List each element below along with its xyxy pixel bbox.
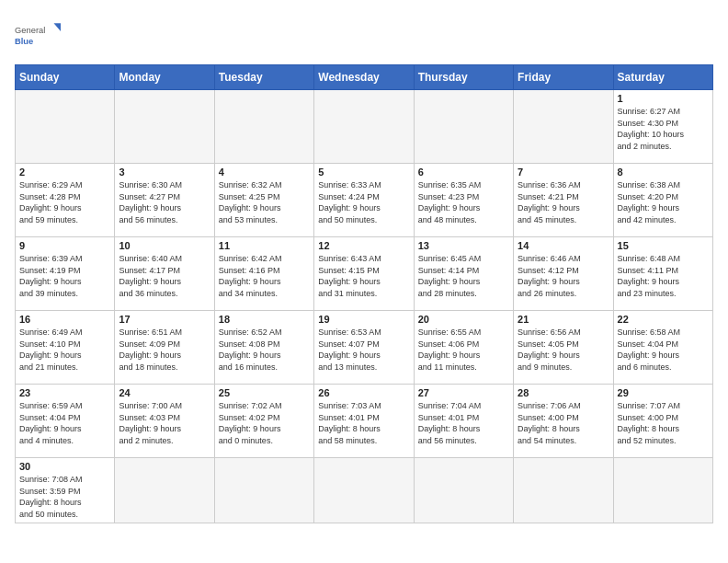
day-cell bbox=[16, 90, 115, 164]
day-number: 8 bbox=[618, 167, 709, 178]
day-info: Sunrise: 7:08 AM Sunset: 3:59 PM Dayligh… bbox=[19, 474, 110, 520]
day-number: 25 bbox=[219, 387, 310, 398]
day-info: Sunrise: 6:45 AM Sunset: 4:14 PM Dayligh… bbox=[418, 253, 509, 299]
day-number: 1 bbox=[618, 93, 709, 104]
svg-marker-2 bbox=[54, 23, 62, 31]
week-row-3: 16Sunrise: 6:49 AM Sunset: 4:10 PM Dayli… bbox=[16, 311, 713, 385]
day-cell: 9Sunrise: 6:39 AM Sunset: 4:19 PM Daylig… bbox=[16, 237, 115, 311]
day-info: Sunrise: 6:53 AM Sunset: 4:07 PM Dayligh… bbox=[318, 327, 409, 373]
day-number: 28 bbox=[518, 387, 609, 398]
week-row-2: 9Sunrise: 6:39 AM Sunset: 4:19 PM Daylig… bbox=[16, 237, 713, 311]
day-cell: 7Sunrise: 6:36 AM Sunset: 4:21 PM Daylig… bbox=[514, 164, 613, 237]
day-cell: 27Sunrise: 7:04 AM Sunset: 4:01 PM Dayli… bbox=[414, 385, 513, 458]
day-number: 22 bbox=[618, 314, 709, 325]
col-header-saturday: Saturday bbox=[613, 65, 712, 90]
day-cell: 3Sunrise: 6:30 AM Sunset: 4:27 PM Daylig… bbox=[115, 164, 214, 237]
day-cell: 24Sunrise: 7:00 AM Sunset: 4:03 PM Dayli… bbox=[115, 385, 214, 458]
week-row-0: 1Sunrise: 6:27 AM Sunset: 4:30 PM Daylig… bbox=[16, 90, 713, 164]
day-info: Sunrise: 7:04 AM Sunset: 4:01 PM Dayligh… bbox=[418, 400, 509, 446]
header-row: SundayMondayTuesdayWednesdayThursdayFrid… bbox=[16, 65, 713, 90]
col-header-monday: Monday bbox=[115, 65, 214, 90]
day-info: Sunrise: 6:38 AM Sunset: 4:20 PM Dayligh… bbox=[618, 179, 709, 225]
day-number: 30 bbox=[19, 461, 110, 472]
day-info: Sunrise: 6:51 AM Sunset: 4:09 PM Dayligh… bbox=[119, 327, 210, 373]
day-number: 19 bbox=[318, 314, 409, 325]
day-info: Sunrise: 7:06 AM Sunset: 4:00 PM Dayligh… bbox=[518, 400, 609, 446]
day-cell: 12Sunrise: 6:43 AM Sunset: 4:15 PM Dayli… bbox=[314, 237, 414, 311]
day-cell: 4Sunrise: 6:32 AM Sunset: 4:25 PM Daylig… bbox=[214, 164, 313, 237]
day-info: Sunrise: 6:32 AM Sunset: 4:25 PM Dayligh… bbox=[219, 179, 310, 225]
day-info: Sunrise: 6:49 AM Sunset: 4:10 PM Dayligh… bbox=[19, 327, 110, 373]
day-number: 6 bbox=[418, 167, 509, 178]
day-cell bbox=[115, 90, 214, 164]
day-info: Sunrise: 6:40 AM Sunset: 4:17 PM Dayligh… bbox=[119, 253, 210, 299]
day-cell: 28Sunrise: 7:06 AM Sunset: 4:00 PM Dayli… bbox=[514, 385, 613, 458]
col-header-friday: Friday bbox=[514, 65, 613, 90]
day-cell: 8Sunrise: 6:38 AM Sunset: 4:20 PM Daylig… bbox=[613, 164, 712, 237]
day-number: 15 bbox=[618, 240, 709, 251]
day-number: 11 bbox=[219, 240, 310, 251]
svg-text:Blue: Blue bbox=[15, 37, 33, 46]
day-cell bbox=[314, 90, 414, 164]
day-cell: 18Sunrise: 6:52 AM Sunset: 4:08 PM Dayli… bbox=[214, 311, 313, 385]
logo-svg: General Blue bbox=[15, 15, 61, 53]
day-info: Sunrise: 6:43 AM Sunset: 4:15 PM Dayligh… bbox=[318, 253, 409, 299]
day-number: 20 bbox=[418, 314, 509, 325]
day-cell: 26Sunrise: 7:03 AM Sunset: 4:01 PM Dayli… bbox=[314, 385, 414, 458]
day-cell: 5Sunrise: 6:33 AM Sunset: 4:24 PM Daylig… bbox=[314, 164, 414, 237]
day-cell bbox=[414, 458, 513, 523]
day-number: 24 bbox=[119, 387, 210, 398]
day-number: 16 bbox=[19, 314, 110, 325]
day-cell bbox=[214, 458, 313, 523]
day-number: 21 bbox=[518, 314, 609, 325]
day-info: Sunrise: 6:42 AM Sunset: 4:16 PM Dayligh… bbox=[219, 253, 310, 299]
day-cell: 2Sunrise: 6:29 AM Sunset: 4:28 PM Daylig… bbox=[16, 164, 115, 237]
day-info: Sunrise: 6:33 AM Sunset: 4:24 PM Dayligh… bbox=[318, 179, 409, 225]
day-number: 5 bbox=[318, 167, 409, 178]
day-cell: 13Sunrise: 6:45 AM Sunset: 4:14 PM Dayli… bbox=[414, 237, 513, 311]
header: General Blue bbox=[15, 15, 713, 53]
day-info: Sunrise: 6:35 AM Sunset: 4:23 PM Dayligh… bbox=[418, 179, 509, 225]
logo: General Blue bbox=[15, 15, 61, 53]
day-cell bbox=[414, 90, 513, 164]
day-cell: 14Sunrise: 6:46 AM Sunset: 4:12 PM Dayli… bbox=[514, 237, 613, 311]
day-info: Sunrise: 6:27 AM Sunset: 4:30 PM Dayligh… bbox=[618, 106, 709, 152]
day-info: Sunrise: 6:30 AM Sunset: 4:27 PM Dayligh… bbox=[119, 179, 210, 225]
day-number: 9 bbox=[19, 240, 110, 251]
day-cell bbox=[214, 90, 313, 164]
day-number: 23 bbox=[19, 387, 110, 398]
col-header-thursday: Thursday bbox=[414, 65, 513, 90]
day-info: Sunrise: 6:29 AM Sunset: 4:28 PM Dayligh… bbox=[19, 179, 110, 225]
week-row-5: 30Sunrise: 7:08 AM Sunset: 3:59 PM Dayli… bbox=[16, 458, 713, 523]
day-info: Sunrise: 7:00 AM Sunset: 4:03 PM Dayligh… bbox=[119, 400, 210, 446]
day-cell: 17Sunrise: 6:51 AM Sunset: 4:09 PM Dayli… bbox=[115, 311, 214, 385]
day-cell bbox=[115, 458, 214, 523]
day-number: 3 bbox=[119, 167, 210, 178]
day-info: Sunrise: 6:39 AM Sunset: 4:19 PM Dayligh… bbox=[19, 253, 110, 299]
col-header-tuesday: Tuesday bbox=[214, 65, 313, 90]
day-number: 29 bbox=[618, 387, 709, 398]
day-cell: 15Sunrise: 6:48 AM Sunset: 4:11 PM Dayli… bbox=[613, 237, 712, 311]
day-number: 14 bbox=[518, 240, 609, 251]
day-cell: 10Sunrise: 6:40 AM Sunset: 4:17 PM Dayli… bbox=[115, 237, 214, 311]
day-number: 17 bbox=[119, 314, 210, 325]
week-row-4: 23Sunrise: 6:59 AM Sunset: 4:04 PM Dayli… bbox=[16, 385, 713, 458]
day-info: Sunrise: 7:07 AM Sunset: 4:00 PM Dayligh… bbox=[618, 400, 709, 446]
day-number: 2 bbox=[19, 167, 110, 178]
day-info: Sunrise: 6:46 AM Sunset: 4:12 PM Dayligh… bbox=[518, 253, 609, 299]
day-cell: 19Sunrise: 6:53 AM Sunset: 4:07 PM Dayli… bbox=[314, 311, 414, 385]
day-number: 26 bbox=[318, 387, 409, 398]
day-cell: 1Sunrise: 6:27 AM Sunset: 4:30 PM Daylig… bbox=[613, 90, 712, 164]
day-cell: 11Sunrise: 6:42 AM Sunset: 4:16 PM Dayli… bbox=[214, 237, 313, 311]
day-cell: 30Sunrise: 7:08 AM Sunset: 3:59 PM Dayli… bbox=[16, 458, 115, 523]
day-info: Sunrise: 6:52 AM Sunset: 4:08 PM Dayligh… bbox=[219, 327, 310, 373]
day-number: 7 bbox=[518, 167, 609, 178]
day-info: Sunrise: 6:48 AM Sunset: 4:11 PM Dayligh… bbox=[618, 253, 709, 299]
day-cell: 25Sunrise: 7:02 AM Sunset: 4:02 PM Dayli… bbox=[214, 385, 313, 458]
day-cell: 16Sunrise: 6:49 AM Sunset: 4:10 PM Dayli… bbox=[16, 311, 115, 385]
day-cell bbox=[514, 90, 613, 164]
day-cell: 29Sunrise: 7:07 AM Sunset: 4:00 PM Dayli… bbox=[613, 385, 712, 458]
day-cell bbox=[613, 458, 712, 523]
day-cell: 21Sunrise: 6:56 AM Sunset: 4:05 PM Dayli… bbox=[514, 311, 613, 385]
day-number: 12 bbox=[318, 240, 409, 251]
